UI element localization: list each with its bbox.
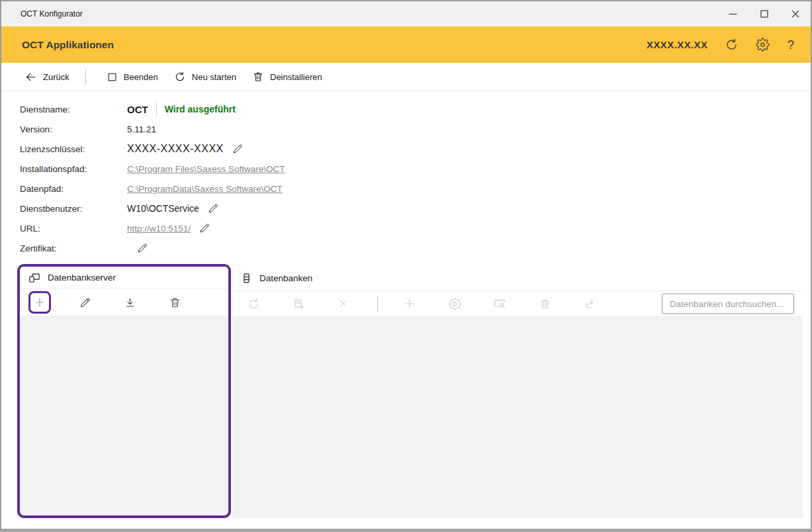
service-name-value: OCT bbox=[127, 104, 148, 115]
window-controls bbox=[717, 1, 811, 26]
certificate-row: Zertifikat: bbox=[20, 238, 285, 258]
add-database-button[interactable] bbox=[398, 292, 421, 315]
command-bar: Zurück Beenden Neu starten Deinstalliere… bbox=[1, 63, 811, 91]
trash-icon bbox=[169, 296, 181, 309]
pencil-icon bbox=[199, 222, 210, 234]
close-button[interactable] bbox=[780, 1, 811, 26]
version-row: Version: 5.11.21 bbox=[20, 119, 285, 139]
add-database-server-button[interactable] bbox=[28, 291, 51, 314]
edit-certificate-button[interactable] bbox=[136, 242, 148, 254]
databases-list bbox=[232, 317, 803, 532]
create-database-from-template-button[interactable] bbox=[287, 292, 310, 315]
data-path-link[interactable]: C:\ProgramData\Saxess Software\OCT bbox=[127, 184, 283, 194]
app-window: OCT Konfigurator OCT Applikationen XXXX.… bbox=[0, 0, 812, 532]
url-label: URL: bbox=[20, 224, 127, 234]
databases-title: Datenbanken bbox=[259, 273, 312, 283]
share-database-button[interactable] bbox=[578, 292, 601, 315]
uninstall-button[interactable]: Deinstallieren bbox=[252, 71, 322, 83]
devices-icon bbox=[28, 271, 41, 285]
help-button[interactable]: ? bbox=[787, 38, 794, 52]
edit-service-user-button[interactable] bbox=[207, 202, 219, 214]
settings-button[interactable] bbox=[756, 38, 770, 52]
stop-service-button[interactable]: Beenden bbox=[107, 71, 158, 83]
command-separator bbox=[85, 69, 86, 85]
pencil-icon bbox=[232, 143, 244, 155]
license-row: Lizenzschlüssel: XXXX-XXXX-XXXX bbox=[20, 139, 285, 159]
databases-header: Datenbanken bbox=[232, 265, 803, 290]
x-icon bbox=[338, 298, 349, 310]
toolbar-separator bbox=[377, 296, 378, 312]
stop-square-icon bbox=[107, 71, 118, 83]
database-icon bbox=[240, 272, 253, 285]
database-servers-panel: Datenbankserver bbox=[17, 264, 231, 518]
database-servers-toolbar bbox=[20, 289, 228, 316]
titlebar: OCT Konfigurator bbox=[1, 1, 811, 26]
trash-icon bbox=[539, 298, 551, 310]
databases-panel: Datenbanken bbox=[232, 265, 803, 518]
gear-icon bbox=[756, 38, 770, 52]
data-path-label: Datenpfad: bbox=[20, 184, 127, 194]
back-label: Zurück bbox=[43, 72, 69, 82]
app-header-actions: XXXX.XX.XX ? bbox=[647, 26, 794, 63]
version-placeholder-text: XXXX.XX.XX bbox=[647, 39, 707, 50]
service-details: Dienstname: OCT Wird ausgeführt Version:… bbox=[20, 99, 285, 258]
back-button[interactable]: Zurück bbox=[24, 71, 69, 83]
refresh-button[interactable] bbox=[725, 38, 739, 52]
minimize-icon bbox=[727, 7, 740, 21]
share-icon bbox=[584, 298, 596, 310]
install-path-row: Installationspfad: C:\Program Files\Saxe… bbox=[20, 159, 285, 179]
service-name-row: Dienstname: OCT Wird ausgeführt bbox=[20, 99, 285, 119]
delete-database-server-button[interactable] bbox=[163, 291, 186, 314]
help-icon: ? bbox=[787, 38, 794, 52]
minimize-button[interactable] bbox=[717, 1, 748, 26]
service-user-value: W10\OCTService bbox=[127, 203, 199, 214]
version-value: 5.11.21 bbox=[127, 124, 156, 134]
value-divider bbox=[156, 103, 157, 116]
plus-icon bbox=[33, 296, 46, 309]
restart-label: Neu starten bbox=[192, 72, 236, 82]
maximize-icon bbox=[758, 7, 771, 21]
refresh-icon bbox=[725, 38, 739, 52]
maximize-button[interactable] bbox=[748, 1, 780, 26]
remove-database-button[interactable] bbox=[332, 292, 355, 315]
service-user-label: Dienstbenutzer: bbox=[20, 204, 127, 214]
databases-toolbar bbox=[232, 290, 803, 317]
license-value: XXXX-XXXX-XXXX bbox=[127, 143, 224, 155]
certificate-label: Zertifikat: bbox=[20, 244, 127, 253]
restart-service-button[interactable]: Neu starten bbox=[174, 71, 236, 83]
database-settings-button[interactable] bbox=[443, 292, 466, 315]
service-name-label: Dienstname: bbox=[20, 105, 127, 114]
delete-database-button[interactable] bbox=[533, 292, 556, 315]
database-users-button[interactable] bbox=[488, 292, 511, 315]
service-url-link[interactable]: http://w10:5151/ bbox=[127, 224, 191, 234]
import-database-server-button[interactable] bbox=[118, 291, 141, 314]
database-servers-list bbox=[20, 316, 228, 518]
gear-icon bbox=[449, 298, 461, 310]
pencil-icon bbox=[136, 242, 148, 254]
restart-icon bbox=[174, 71, 186, 83]
service-user-row: Dienstbenutzer: W10\OCTService bbox=[20, 199, 285, 218]
edit-url-button[interactable] bbox=[199, 222, 210, 234]
refresh-icon bbox=[248, 298, 260, 310]
uninstall-label: Deinstallieren bbox=[270, 72, 322, 82]
database-servers-header: Datenbankserver bbox=[20, 267, 228, 289]
download-icon bbox=[124, 296, 136, 309]
edit-license-button[interactable] bbox=[232, 143, 244, 155]
monitor-person-icon bbox=[493, 297, 506, 310]
app-header: OCT Applikationen XXXX.XX.XX ? bbox=[1, 26, 811, 63]
back-arrow-icon bbox=[24, 71, 37, 83]
edit-database-server-button[interactable] bbox=[73, 291, 96, 314]
trash-icon bbox=[252, 71, 264, 83]
plus-icon bbox=[403, 297, 416, 310]
database-servers-title: Datenbankserver bbox=[48, 273, 116, 283]
license-label: Lizenzschlüssel: bbox=[20, 144, 127, 154]
pencil-icon bbox=[79, 296, 91, 309]
document-plus-icon bbox=[293, 298, 305, 310]
install-path-label: Installationspfad: bbox=[20, 164, 127, 174]
url-row: URL: http://w10:5151/ bbox=[20, 218, 285, 238]
search-databases-input[interactable] bbox=[662, 294, 794, 314]
install-path-link[interactable]: C:\Program Files\Saxess Software\OCT bbox=[127, 164, 285, 174]
version-label: Version: bbox=[20, 124, 127, 134]
service-status-badge: Wird ausgeführt bbox=[165, 104, 236, 114]
refresh-databases-button[interactable] bbox=[242, 292, 265, 315]
